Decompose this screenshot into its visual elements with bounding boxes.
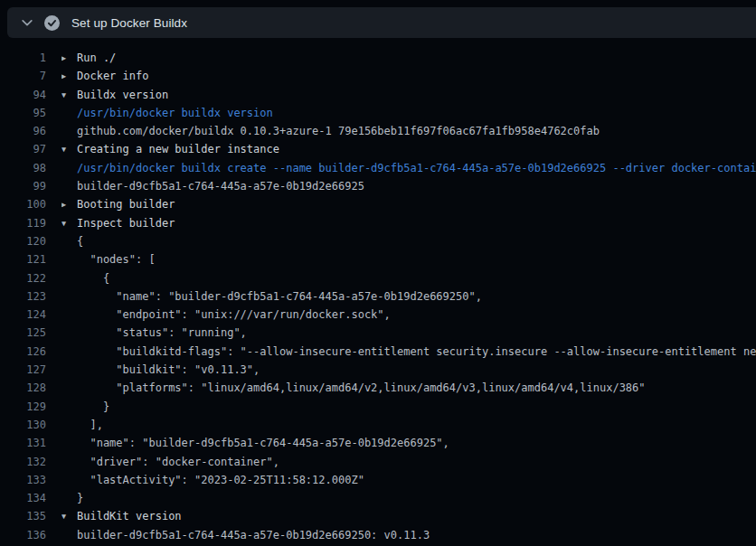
line-number[interactable]: 132 <box>0 453 46 471</box>
log-line: 120{ <box>0 232 756 250</box>
triangle-collapsed-icon[interactable]: ▶ <box>61 195 77 213</box>
log-line-group[interactable]: 7▶Docker info <box>0 67 756 85</box>
line-number[interactable]: 136 <box>0 526 46 544</box>
chevron-down-icon[interactable] <box>21 16 33 29</box>
line-number[interactable]: 123 <box>0 287 46 306</box>
group-title[interactable]: Creating a new builder instance <box>77 143 279 155</box>
step-title: Set up Docker Buildx <box>71 16 187 30</box>
line-number[interactable]: 98 <box>0 159 46 177</box>
group-title[interactable]: Inspect builder <box>77 217 175 230</box>
output-text: github.com/docker/buildx 0.10.3+azure-1 … <box>61 122 600 140</box>
log-line: 95/usr/bin/docker buildx version <box>0 104 756 122</box>
line-number[interactable]: 120 <box>0 232 46 250</box>
group-title[interactable]: Run ./ <box>77 52 116 64</box>
log-line: 125 "status": "running", <box>0 324 756 342</box>
output-text: "name": "builder-d9cfb5a1-c764-445a-a57e… <box>61 434 449 452</box>
line-number[interactable]: 95 <box>0 104 46 122</box>
output-text: "buildkitd-flags": "--allow-insecure-ent… <box>61 343 756 361</box>
line-number[interactable]: 135 <box>0 507 46 525</box>
line-number[interactable]: 122 <box>0 269 46 287</box>
output-text: "name": "builder-d9cfb5a1-c764-445a-a57e… <box>61 287 482 306</box>
log-line: 133 "lastActivity": "2023-02-25T11:58:12… <box>0 471 756 489</box>
line-number[interactable]: 100 <box>0 195 46 213</box>
log-line-group[interactable]: 100▶Booting builder <box>0 195 756 213</box>
log-line: 134} <box>0 489 756 507</box>
line-number[interactable]: 128 <box>0 379 46 397</box>
line-number[interactable]: 127 <box>0 361 46 379</box>
log-line: 98/usr/bin/docker buildx create --name b… <box>0 159 756 177</box>
group-title[interactable]: BuildKit version <box>77 510 182 522</box>
group-title[interactable]: Docker info <box>77 70 148 82</box>
output-text: "lastActivity": "2023-02-25T11:58:12.000… <box>61 471 364 489</box>
line-number[interactable]: 94 <box>0 86 46 104</box>
check-circle-icon <box>44 15 60 31</box>
log-line-group[interactable]: 94▼Buildx version <box>0 86 756 104</box>
output-text: "nodes": [ <box>61 250 156 268</box>
log-line-group[interactable]: 1▶Run ./ <box>0 49 756 67</box>
triangle-expanded-icon[interactable]: ▼ <box>61 214 77 232</box>
line-number[interactable]: 124 <box>0 306 46 324</box>
log-line: 124 "endpoint": "unix:///var/run/docker.… <box>0 306 756 324</box>
output-text: { <box>61 232 83 250</box>
line-number[interactable]: 99 <box>0 177 46 195</box>
log-line: 129 } <box>0 398 756 416</box>
log-line-group[interactable]: 97▼Creating a new builder instance <box>0 140 756 158</box>
log-line: 136builder-d9cfb5a1-c764-445a-a57e-0b19d… <box>0 526 756 544</box>
triangle-expanded-icon[interactable]: ▼ <box>61 86 77 104</box>
log-line: 131 "name": "builder-d9cfb5a1-c764-445a-… <box>0 434 756 452</box>
log-line: 132 "driver": "docker-container", <box>0 453 756 471</box>
output-text: "platforms": "linux/amd64,linux/amd64/v2… <box>61 379 646 397</box>
line-number[interactable]: 126 <box>0 343 46 361</box>
line-number[interactable]: 133 <box>0 471 46 489</box>
command-text: /usr/bin/docker buildx create --name bui… <box>61 159 756 177</box>
output-text: ], <box>61 416 103 434</box>
log-line: 96github.com/docker/buildx 0.10.3+azure-… <box>0 122 756 140</box>
triangle-expanded-icon[interactable]: ▼ <box>61 140 77 158</box>
line-number[interactable]: 1 <box>0 49 46 67</box>
line-number[interactable]: 134 <box>0 489 46 507</box>
output-text: builder-d9cfb5a1-c764-445a-a57e-0b19d2e6… <box>61 177 364 195</box>
output-text: } <box>61 398 109 416</box>
triangle-collapsed-icon[interactable]: ▶ <box>61 67 77 85</box>
line-number[interactable]: 97 <box>0 140 46 158</box>
line-number[interactable]: 131 <box>0 434 46 452</box>
output-text: "status": "running", <box>61 324 247 342</box>
line-number[interactable]: 125 <box>0 324 46 342</box>
log-line: 123 "name": "builder-d9cfb5a1-c764-445a-… <box>0 287 756 306</box>
output-text: } <box>61 489 83 507</box>
log-line: 122 { <box>0 269 756 287</box>
output-text: "buildkit": "v0.11.3", <box>61 361 260 379</box>
line-number[interactable]: 130 <box>0 416 46 434</box>
triangle-collapsed-icon[interactable]: ▶ <box>61 49 77 67</box>
line-number[interactable]: 96 <box>0 122 46 140</box>
log-line: 130 ], <box>0 416 756 434</box>
command-text: /usr/bin/docker buildx version <box>61 104 273 122</box>
step-header[interactable]: Set up Docker Buildx <box>7 7 756 38</box>
line-number[interactable]: 121 <box>0 250 46 268</box>
log-line-group[interactable]: 119▼Inspect builder <box>0 214 756 232</box>
log-line: 127 "buildkit": "v0.11.3", <box>0 361 756 379</box>
output-text: "endpoint": "unix:///var/run/docker.sock… <box>61 306 391 324</box>
triangle-expanded-icon[interactable]: ▼ <box>61 507 77 525</box>
line-number[interactable]: 119 <box>0 214 46 232</box>
log-line-group[interactable]: 135▼BuildKit version <box>0 507 756 525</box>
output-text: "driver": "docker-container", <box>61 453 279 471</box>
log-line: 128 "platforms": "linux/amd64,linux/amd6… <box>0 379 756 397</box>
log-container: 1▶Run ./7▶Docker info94▼Buildx version95… <box>0 38 756 546</box>
output-text: { <box>61 269 109 287</box>
group-title[interactable]: Buildx version <box>77 89 168 101</box>
line-number[interactable]: 7 <box>0 67 46 85</box>
log-line: 99builder-d9cfb5a1-c764-445a-a57e-0b19d2… <box>0 177 756 195</box>
log-line: 126 "buildkitd-flags": "--allow-insecure… <box>0 343 756 361</box>
actions-log-page: { "header": { "title": "Set up Docker Bu… <box>0 0 756 546</box>
log-line: 121 "nodes": [ <box>0 250 756 268</box>
output-text: builder-d9cfb5a1-c764-445a-a57e-0b19d2e6… <box>61 526 430 544</box>
group-title[interactable]: Booting builder <box>77 198 175 211</box>
line-number[interactable]: 129 <box>0 398 46 416</box>
